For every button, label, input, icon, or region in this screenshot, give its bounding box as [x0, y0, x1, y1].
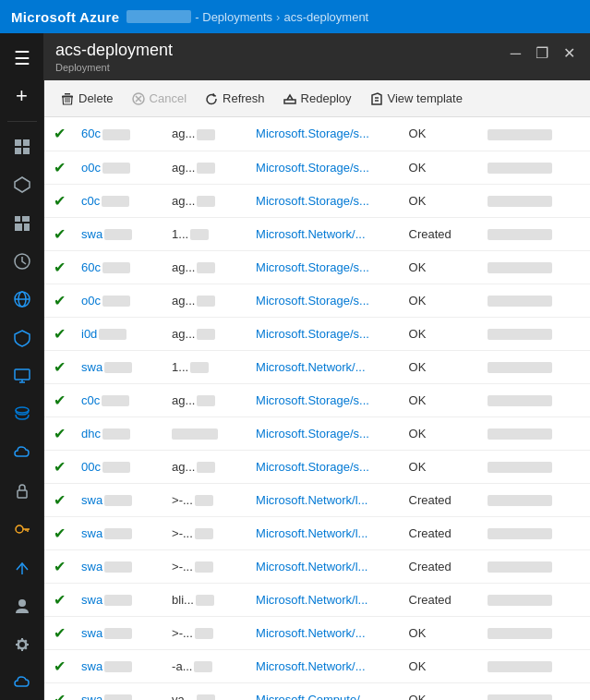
- col2-cell: ag...: [164, 317, 248, 350]
- name-cell[interactable]: swa: [74, 682, 164, 700]
- svg-point-23: [18, 599, 26, 607]
- sidebar-database-icon[interactable]: [4, 397, 41, 431]
- table-row[interactable]: ✔00cag...Microsoft.Storage/s...OK: [44, 450, 590, 483]
- sidebar-clock-icon[interactable]: [4, 244, 41, 278]
- time-cell: [480, 649, 590, 682]
- type-cell[interactable]: Microsoft.Network/l...: [248, 549, 401, 583]
- name-cell[interactable]: i0d: [74, 317, 164, 350]
- table-row[interactable]: ✔60cag...Microsoft.Storage/s...OK: [44, 117, 590, 151]
- name-cell[interactable]: swa: [74, 516, 164, 549]
- table-row[interactable]: ✔o0cag...Microsoft.Storage/s...OK: [44, 284, 590, 317]
- svg-rect-25: [65, 93, 70, 95]
- status-cell: ✔: [44, 250, 74, 284]
- sidebar-user-icon[interactable]: [4, 589, 41, 623]
- svg-rect-7: [15, 223, 22, 231]
- status-icon: ✔: [54, 592, 66, 608]
- type-cell[interactable]: Microsoft.Storage/s...: [248, 450, 401, 483]
- type-cell[interactable]: Microsoft.Storage/s...: [248, 416, 401, 450]
- table-row[interactable]: ✔swa-a...Microsoft.Network/...OK: [44, 649, 590, 682]
- name-cell[interactable]: o0c: [74, 284, 164, 317]
- cancel-button[interactable]: Cancel: [123, 80, 196, 117]
- sidebar-cloud2-icon[interactable]: [4, 665, 41, 699]
- window-subtitle: Deployment: [55, 62, 173, 73]
- table-row[interactable]: ✔swa>-...Microsoft.Network/l...Created: [44, 516, 590, 549]
- name-cell[interactable]: swa: [74, 217, 164, 250]
- type-cell[interactable]: Microsoft.Network/l...: [248, 483, 401, 516]
- table-row[interactable]: ✔swa1...Microsoft.Network/...OK: [44, 350, 590, 383]
- sidebar-grid-icon[interactable]: [4, 206, 41, 240]
- name-cell[interactable]: swa: [74, 549, 164, 583]
- table-row[interactable]: ✔60cag...Microsoft.Storage/s...OK: [44, 250, 590, 284]
- name-cell[interactable]: dhc: [74, 416, 164, 450]
- col2-cell: va...: [164, 682, 248, 700]
- view-template-button[interactable]: View template: [361, 80, 472, 117]
- name-cell[interactable]: o0c: [74, 151, 164, 184]
- name-cell[interactable]: swa: [74, 483, 164, 516]
- sidebar-lock-icon[interactable]: [4, 474, 41, 508]
- type-cell[interactable]: Microsoft.Network/...: [248, 649, 401, 682]
- type-cell[interactable]: Microsoft.Storage/s...: [248, 317, 401, 350]
- name-cell[interactable]: c0c: [74, 383, 164, 416]
- name-cell[interactable]: 00c: [74, 450, 164, 483]
- type-cell[interactable]: Microsoft.Storage/s...: [248, 284, 401, 317]
- restore-button[interactable]: ❐: [532, 44, 552, 63]
- sidebar-globe-icon[interactable]: [4, 283, 41, 317]
- type-cell[interactable]: Microsoft.Network/l...: [248, 583, 401, 616]
- sidebar-resources-icon[interactable]: [4, 167, 41, 201]
- sidebar-cloud-icon[interactable]: [4, 436, 41, 470]
- type-cell[interactable]: Microsoft.Network/...: [248, 616, 401, 649]
- table-row[interactable]: ✔o0cag...Microsoft.Storage/s...OK: [44, 151, 590, 184]
- breadcrumb-deployment: acs-deployment: [283, 10, 368, 24]
- table-row[interactable]: ✔swa1...Microsoft.Network/...Created: [44, 217, 590, 250]
- table-row[interactable]: ✔swa>-...Microsoft.Network/l...Created: [44, 483, 590, 516]
- sidebar-key-icon[interactable]: [4, 513, 41, 547]
- minimize-button[interactable]: ─: [507, 44, 524, 63]
- type-cell[interactable]: Microsoft.Storage/s...: [248, 151, 401, 184]
- status-icon: ✔: [54, 692, 66, 701]
- status-cell: ✔: [44, 117, 74, 151]
- table-row[interactable]: ✔c0cag...Microsoft.Storage/s...OK: [44, 383, 590, 416]
- sidebar-shield-icon[interactable]: [4, 320, 41, 355]
- table-row[interactable]: ✔swava...Microsoft.Compute/...OK: [44, 682, 590, 700]
- type-cell[interactable]: Microsoft.Network/l...: [248, 516, 401, 549]
- sidebar-settings-icon[interactable]: [4, 627, 41, 661]
- type-cell[interactable]: Microsoft.Compute/...: [248, 682, 401, 700]
- delete-button[interactable]: Delete: [52, 80, 123, 117]
- redeploy-label: Redeploy: [301, 91, 352, 105]
- result-cell: OK: [402, 350, 481, 383]
- view-template-label: View template: [388, 91, 463, 105]
- sidebar-menu-toggle[interactable]: ☰: [4, 41, 41, 75]
- name-cell[interactable]: 60c: [74, 117, 164, 151]
- result-cell: Created: [402, 483, 481, 516]
- table-row[interactable]: ✔c0cag...Microsoft.Storage/s...OK: [44, 184, 590, 217]
- type-cell[interactable]: Microsoft.Network/...: [248, 350, 401, 383]
- sidebar-deploy-icon[interactable]: [4, 550, 41, 585]
- sidebar-add-button[interactable]: +: [4, 78, 41, 113]
- name-cell[interactable]: 60c: [74, 250, 164, 284]
- status-cell: ✔: [44, 450, 74, 483]
- result-cell: OK: [402, 682, 481, 700]
- table-row[interactable]: ✔i0dag...Microsoft.Storage/s...OK: [44, 317, 590, 350]
- sidebar-dashboard-icon[interactable]: [4, 129, 41, 163]
- type-cell[interactable]: Microsoft.Storage/s...: [248, 383, 401, 416]
- table-row[interactable]: ✔dhcMicrosoft.Storage/s...OK: [44, 416, 590, 450]
- type-cell[interactable]: Microsoft.Storage/s...: [248, 184, 401, 217]
- table-row[interactable]: ✔swabli...Microsoft.Network/l...Created: [44, 583, 590, 616]
- name-cell[interactable]: swa: [74, 649, 164, 682]
- type-cell[interactable]: Microsoft.Storage/s...: [248, 250, 401, 284]
- table-row[interactable]: ✔swa>-...Microsoft.Network/...OK: [44, 616, 590, 649]
- table-row[interactable]: ✔swa>-...Microsoft.Network/l...Created: [44, 549, 590, 583]
- sidebar-monitor-icon[interactable]: [4, 359, 41, 393]
- type-cell[interactable]: Microsoft.Network/...: [248, 217, 401, 250]
- name-cell[interactable]: c0c: [74, 184, 164, 217]
- type-cell[interactable]: Microsoft.Storage/s...: [248, 117, 401, 151]
- name-cell[interactable]: swa: [74, 616, 164, 649]
- name-cell[interactable]: swa: [74, 350, 164, 383]
- name-cell[interactable]: swa: [74, 583, 164, 616]
- close-button[interactable]: ✕: [560, 44, 579, 63]
- status-cell: ✔: [44, 616, 74, 649]
- redeploy-button[interactable]: Redeploy: [274, 80, 361, 117]
- refresh-button[interactable]: Refresh: [196, 80, 274, 117]
- status-icon: ✔: [54, 293, 66, 308]
- table-container[interactable]: ✔60cag...Microsoft.Storage/s...OK✔o0cag.…: [44, 117, 590, 700]
